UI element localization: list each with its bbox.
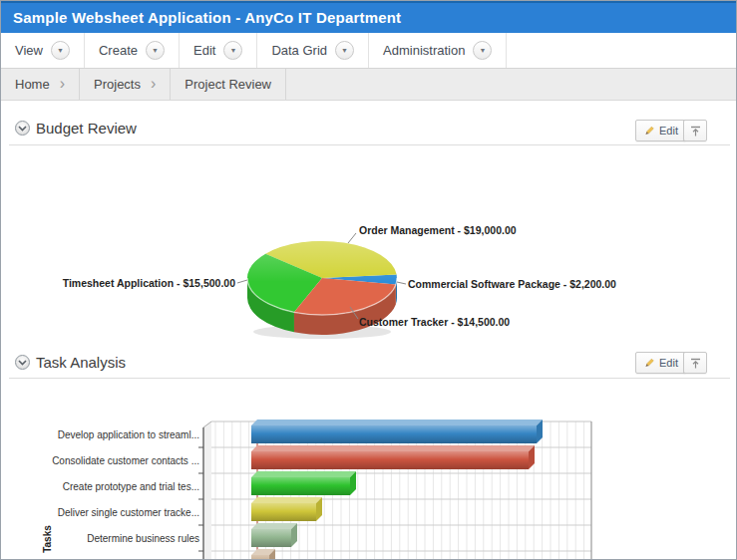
- breadcrumb: Home › Projects › Project Review: [1, 69, 736, 101]
- section-header-task-analysis: Task Analysis Edit: [1, 345, 736, 381]
- collapse-to-top-button-budget[interactable]: [683, 120, 707, 141]
- breadcrumb-home[interactable]: Home ›: [1, 69, 80, 100]
- chevron-right-icon: ›: [151, 75, 156, 93]
- menu-item-create[interactable]: Create ▼: [85, 33, 180, 68]
- menu-item-label: Edit: [193, 43, 215, 58]
- pie-label: Commercial Software Package - $2,200.00: [408, 278, 616, 290]
- bar-category-label: Develop application to streaml...: [58, 429, 199, 440]
- arrow-up-to-bar-icon: [690, 358, 701, 369]
- bar-1[interactable]: [251, 445, 535, 469]
- bar-category-label: Deliver single customer tracke...: [58, 507, 199, 518]
- menu-item-administration[interactable]: Administration ▼: [369, 33, 507, 68]
- menu-bar: View ▼ Create ▼ Edit ▼ Data Grid ▼ Admin…: [1, 33, 736, 69]
- menu-item-data-grid[interactable]: Data Grid ▼: [257, 33, 369, 68]
- websheet-app-window: Sample Websheet Application - AnyCo IT D…: [0, 0, 737, 560]
- pie-label: Order Management - $19,000.00: [359, 224, 517, 236]
- app-title: Sample Websheet Application - AnyCo IT D…: [1, 3, 736, 32]
- section-title: Task Analysis: [36, 345, 126, 381]
- arrow-up-to-bar-icon: [690, 126, 701, 137]
- breadcrumb-label: Projects: [94, 77, 141, 92]
- bar-0[interactable]: [251, 420, 543, 443]
- menu-item-view[interactable]: View ▼: [1, 33, 85, 68]
- edit-button-label: Edit: [659, 125, 678, 137]
- bar-category-label: Create prototype and trial tes...: [63, 481, 199, 492]
- section-title: Budget Review: [36, 111, 137, 146]
- section-header-budget-review: Budget Review Edit: [1, 111, 736, 146]
- bar-axis-title-tasks: Tasks: [42, 525, 53, 553]
- breadcrumb-label: Home: [15, 77, 50, 92]
- bar-3[interactable]: [251, 497, 322, 521]
- bar-4[interactable]: [251, 523, 297, 547]
- triangle-down-icon[interactable]: ▼: [51, 41, 70, 60]
- section-divider: [9, 378, 730, 379]
- menu-item-label: View: [15, 43, 43, 58]
- pencil-icon: [643, 126, 654, 137]
- app-header: Sample Websheet Application - AnyCo IT D…: [1, 1, 736, 33]
- triangle-down-icon[interactable]: ▼: [473, 41, 492, 60]
- triangle-down-icon[interactable]: ▼: [223, 41, 242, 60]
- triangle-down-icon[interactable]: ▼: [146, 41, 165, 60]
- pie-label: Customer Tracker - $14,500.00: [359, 316, 510, 328]
- chevron-down-circle-icon[interactable]: [15, 355, 30, 370]
- edit-button-budget[interactable]: Edit: [635, 120, 686, 141]
- pencil-icon: [643, 358, 654, 369]
- menu-item-label: Create: [99, 43, 138, 58]
- section-divider: [9, 144, 730, 145]
- bar-category-label: Determine business rules: [87, 533, 199, 544]
- task-bar-chart[interactable]: Develop application to streaml...Consoli…: [1, 385, 737, 560]
- breadcrumb-label: Project Review: [184, 77, 271, 92]
- collapse-to-top-button-tasks[interactable]: [683, 352, 707, 374]
- bar-category-label: Consolidate customer contacts ...: [52, 455, 199, 466]
- bar-2[interactable]: [251, 471, 356, 495]
- breadcrumb-project-review[interactable]: Project Review: [171, 69, 286, 100]
- menu-item-label: Administration: [383, 43, 465, 58]
- chevron-right-icon: ›: [60, 75, 65, 93]
- edit-button-label: Edit: [659, 357, 678, 369]
- triangle-down-icon[interactable]: ▼: [335, 41, 354, 60]
- page-content: Budget Review Edit Order Management - $1…: [1, 101, 736, 560]
- chevron-down-circle-icon[interactable]: [15, 121, 30, 136]
- menu-item-edit[interactable]: Edit ▼: [180, 33, 257, 68]
- pie-label: Timesheet Application - $15,500.00: [63, 277, 235, 289]
- breadcrumb-projects[interactable]: Projects ›: [80, 69, 171, 100]
- edit-button-tasks[interactable]: Edit: [635, 352, 686, 374]
- menu-item-label: Data Grid: [271, 43, 327, 58]
- budget-pie-chart[interactable]: Order Management - $19,000.00Commercial …: [1, 150, 737, 345]
